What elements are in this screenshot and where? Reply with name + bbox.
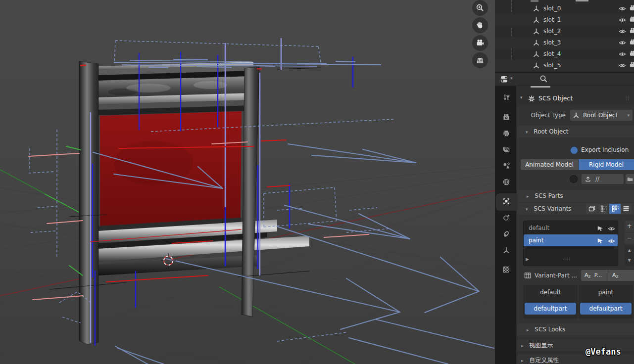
eye-icon[interactable]	[619, 16, 626, 24]
outliner-item-label[interactable]: slot_3	[543, 37, 561, 48]
eye-icon[interactable]	[619, 62, 626, 69]
variants-view-windows-button[interactable]	[586, 204, 597, 214]
file-browse-icon	[627, 176, 634, 182]
export-upload-icon	[585, 176, 591, 182]
eye-icon[interactable]	[608, 237, 615, 245]
animated-model-button[interactable]: Animated Model	[521, 159, 578, 170]
outliner-item-label[interactable]: slot_0	[543, 3, 561, 14]
outliner-row[interactable]: slot_4	[495, 48, 634, 60]
object-type-dropdown[interactable]: Root Object ▾	[570, 110, 633, 121]
tab-view-layer[interactable]	[496, 143, 516, 158]
pan-gizmo-button[interactable]	[472, 17, 488, 33]
column-header: default	[523, 285, 578, 300]
camera-icon[interactable]	[630, 27, 634, 35]
add-variant-button[interactable]: +	[625, 221, 634, 232]
constraints-icon	[502, 230, 510, 238]
windows-view-icon	[588, 205, 596, 213]
tab-world[interactable]	[496, 176, 516, 190]
column-header: paint	[579, 285, 633, 300]
panel-title[interactable]: SCS Object	[538, 92, 573, 105]
part-toggle-button[interactable]: defaultpart	[580, 303, 632, 315]
variant-name[interactable]: paint	[529, 237, 544, 244]
variants-view-rows-button[interactable]	[621, 204, 632, 214]
variants-view-grid-detail-button[interactable]	[609, 204, 621, 214]
part-toggle-button[interactable]: defaultpart	[525, 303, 576, 315]
scs-looks-subpanel-header[interactable]: ▸ SCS Looks	[517, 323, 634, 335]
move-up-button[interactable]: ▲	[625, 246, 634, 256]
object-type-label: Object Type	[517, 110, 566, 121]
tab-physics[interactable]	[496, 211, 516, 226]
variants-view-list-detail-button[interactable]	[598, 204, 609, 214]
panel-grip-icon[interactable]: ∷	[626, 92, 629, 105]
eye-icon[interactable]	[619, 39, 626, 46]
remove-variant-button[interactable]: −	[625, 232, 634, 244]
chevron-down-icon[interactable]: ▾	[520, 95, 523, 100]
tab-render[interactable]	[496, 111, 516, 126]
eye-icon[interactable]	[608, 225, 615, 232]
eye-icon[interactable]	[619, 28, 626, 35]
camera-icon[interactable]	[630, 61, 634, 69]
tab-tool[interactable]	[496, 91, 516, 106]
variant-name[interactable]: default	[529, 225, 549, 231]
tab-output[interactable]	[496, 127, 516, 142]
file-browse-button[interactable]	[626, 174, 634, 184]
list-grip-icon[interactable]: ∷∷	[563, 256, 571, 262]
tab-constraints[interactable]	[496, 228, 516, 242]
assign-cursor-icon[interactable]	[597, 225, 604, 232]
sort-variants-button[interactable]: AZ Vari...	[609, 270, 634, 281]
sort-parts-button[interactable]: AZ P...	[581, 270, 609, 281]
tool-icon	[502, 93, 510, 101]
export-path-toggle[interactable]	[570, 175, 578, 183]
outliner-row[interactable]: slot_5	[495, 60, 634, 71]
outliner-item-label[interactable]: slot_1	[543, 14, 561, 26]
properties-editor-icon[interactable]	[500, 75, 509, 84]
chevron-right-icon: ▸	[521, 343, 524, 348]
panel-title: 自定义属性	[529, 357, 559, 364]
eye-icon[interactable]	[619, 50, 626, 58]
assign-cursor-icon[interactable]	[597, 237, 604, 244]
empty-axes-icon	[533, 39, 540, 46]
empty-axes-icon	[533, 62, 540, 69]
scs-parts-subpanel-header[interactable]: ▸ SCS Parts	[517, 190, 634, 202]
root-object-subpanel-header[interactable]: ▾ Root Object	[517, 126, 634, 137]
outliner-row[interactable]: slot_0	[495, 3, 634, 14]
subpanel-title: Root Object	[534, 128, 568, 135]
eye-icon[interactable]	[619, 5, 626, 12]
outliner-row[interactable]: slot_1	[495, 14, 634, 26]
search-icon[interactable]	[539, 75, 548, 83]
list-expand-icon[interactable]: ▶	[526, 257, 529, 262]
tab-object[interactable]	[496, 195, 516, 210]
outliner-item-label[interactable]: slot_4	[543, 48, 561, 60]
outliner-row[interactable]: slot_3	[495, 37, 634, 48]
chevron-down-icon[interactable]: ▾	[510, 76, 513, 81]
variant-list-move: ▲ ▼	[625, 246, 634, 266]
tab-object-data[interactable]	[496, 244, 516, 259]
tab-scene[interactable]	[496, 159, 516, 174]
texture-icon	[502, 266, 510, 273]
camera-icon[interactable]	[630, 50, 634, 57]
camera-icon[interactable]	[630, 4, 634, 12]
outliner-row[interactable]: slot_2	[495, 26, 634, 37]
camera-icon[interactable]	[630, 16, 634, 23]
empty-axes-icon	[533, 28, 540, 35]
properties-header	[495, 73, 634, 86]
grid-perspective-icon	[476, 56, 485, 65]
move-down-button[interactable]: ▼	[625, 256, 634, 266]
render-icon	[502, 113, 510, 121]
export-path-field[interactable]: //	[582, 174, 624, 184]
camera-view-gizmo-button[interactable]	[472, 35, 488, 51]
rigid-model-button[interactable]: Rigid Model	[579, 159, 634, 170]
camera-icon[interactable]	[630, 39, 634, 46]
scene-icon	[502, 162, 510, 170]
panel-title: 视图显示	[529, 342, 553, 349]
grid-gizmo-button[interactable]	[472, 52, 488, 68]
outliner-item-label[interactable]: slot_5	[543, 60, 561, 71]
empty-axes-icon	[533, 5, 540, 12]
zoom-gizmo-button[interactable]	[472, 0, 488, 16]
object-icon	[502, 197, 510, 205]
viewport-3d[interactable]	[0, 0, 495, 364]
tab-texture[interactable]	[496, 263, 516, 278]
export-inclusion-checkbox[interactable]	[570, 146, 578, 154]
watermark: @Vefans	[585, 347, 634, 360]
outliner-item-label[interactable]: slot_2	[543, 26, 561, 37]
